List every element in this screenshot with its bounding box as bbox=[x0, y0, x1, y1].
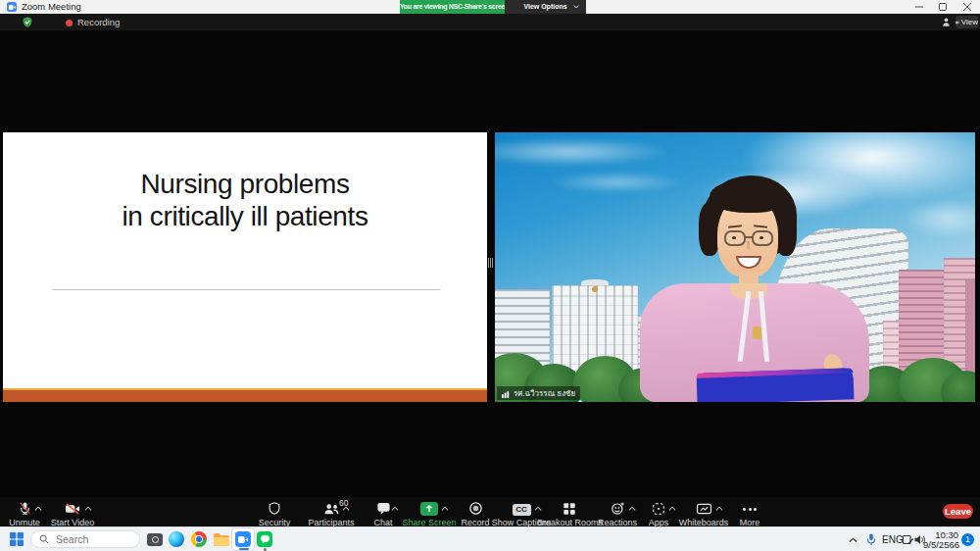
window-titlebar: Zoom Meeting You are viewing NSC-Share's… bbox=[0, 0, 980, 14]
chevron-down-icon bbox=[573, 5, 579, 9]
taskbar-clock[interactable]: 10:30 9/5/2566 bbox=[923, 530, 958, 551]
participant-name-tag: รศ.ฉวีวรรณ ธงชัย bbox=[497, 386, 580, 400]
maximize-button[interactable] bbox=[933, 0, 953, 14]
unmute-button[interactable]: Unmute bbox=[0, 500, 50, 526]
shield-icon bbox=[249, 500, 300, 516]
split-resize-handle[interactable] bbox=[488, 258, 493, 268]
whiteboards-options-chevron[interactable] bbox=[715, 506, 723, 512]
start-video-button[interactable]: Start Video bbox=[45, 500, 100, 526]
participants-icon bbox=[304, 500, 359, 516]
notification-count-badge[interactable]: 1 bbox=[961, 533, 974, 546]
meeting-header-bar: Recording View bbox=[0, 14, 980, 30]
more-button[interactable]: More bbox=[724, 500, 775, 526]
cloud bbox=[495, 137, 671, 167]
apps-options-chevron[interactable] bbox=[668, 506, 676, 512]
active-app-indicator bbox=[239, 548, 249, 551]
windows-logo-icon bbox=[10, 532, 24, 546]
signal-strength-icon bbox=[502, 389, 511, 398]
view-button-label: View bbox=[961, 18, 978, 26]
slide-title: Nursing problems in critically ill patie… bbox=[3, 168, 487, 232]
slide-title-line1: Nursing problems bbox=[3, 168, 487, 200]
participant-name: รศ.ฉวีวรรณ ธงชัย bbox=[514, 387, 575, 400]
search-icon bbox=[39, 534, 49, 544]
security-shield-icon[interactable] bbox=[22, 16, 33, 28]
start-button[interactable] bbox=[5, 527, 28, 551]
line-app-icon[interactable] bbox=[253, 527, 276, 551]
view-layout-icon bbox=[956, 19, 959, 26]
chrome-browser-icon[interactable] bbox=[187, 527, 211, 551]
cloud bbox=[902, 199, 975, 238]
close-button[interactable] bbox=[957, 0, 977, 14]
view-options-label: View Options bbox=[523, 3, 566, 10]
speaker-video-tile[interactable]: รศ.ฉวีวรรณ ธงชัย bbox=[495, 132, 975, 402]
zoom-app-icon bbox=[7, 2, 17, 12]
presenter-eye bbox=[732, 236, 736, 239]
view-options-button[interactable]: View Options bbox=[505, 0, 586, 14]
presenter-eye bbox=[760, 236, 763, 239]
meeting-toolbar: Unmute Start Video Security Participants… bbox=[0, 497, 980, 526]
tray-chevron-up-icon[interactable] bbox=[849, 537, 858, 543]
edge-browser-icon[interactable] bbox=[165, 527, 188, 551]
taskbar-search[interactable] bbox=[30, 530, 140, 548]
video-options-chevron[interactable] bbox=[84, 506, 92, 512]
shared-presentation-slide: Nursing problems in critically ill patie… bbox=[3, 132, 487, 402]
whiteboards-button[interactable]: Whiteboards bbox=[676, 500, 731, 526]
presenter-nose bbox=[747, 240, 750, 249]
meeting-stage: Nursing problems in critically ill patie… bbox=[0, 30, 980, 497]
slide-title-line2: in critically ill patients bbox=[3, 200, 487, 232]
search-input[interactable] bbox=[54, 532, 136, 546]
presenter-fringe bbox=[710, 179, 788, 213]
windows-taskbar: ENG 10:30 9/5/2566 1 bbox=[0, 526, 980, 551]
presenter-glasses-bridge bbox=[744, 236, 754, 238]
security-button[interactable]: Security bbox=[249, 500, 300, 526]
camera-app-icon[interactable] bbox=[143, 527, 167, 551]
building-crest bbox=[592, 286, 598, 292]
participants-button[interactable]: Participants 60 bbox=[304, 500, 359, 526]
tray-date: 9/5/2566 bbox=[923, 540, 958, 551]
presenter-hair-side bbox=[775, 203, 797, 256]
mic-muted-icon bbox=[0, 500, 50, 516]
pink-building bbox=[965, 279, 975, 382]
audio-options-chevron[interactable] bbox=[34, 506, 42, 512]
view-button[interactable]: View bbox=[956, 16, 978, 28]
tray-microphone-icon[interactable] bbox=[866, 533, 876, 546]
slide-divider-line bbox=[52, 289, 440, 290]
recording-label: Recording bbox=[77, 14, 120, 30]
window-title: Zoom Meeting bbox=[22, 0, 81, 14]
tray-pen-display-icon[interactable] bbox=[903, 534, 913, 545]
leave-button[interactable]: Leave bbox=[943, 504, 973, 519]
chat-options-chevron[interactable] bbox=[391, 506, 399, 512]
cloud bbox=[549, 172, 686, 193]
more-ellipsis-icon bbox=[724, 500, 775, 516]
slide-accent-bar bbox=[3, 388, 487, 402]
presenter-badge-clip bbox=[753, 326, 762, 339]
recording-indicator-icon[interactable] bbox=[66, 20, 73, 26]
file-explorer-icon[interactable] bbox=[210, 527, 233, 551]
minimize-button[interactable] bbox=[909, 0, 929, 14]
share-options-chevron[interactable] bbox=[441, 506, 449, 512]
participants-options-chevron[interactable] bbox=[342, 506, 350, 512]
screen-share-banner: You are viewing NSC-Share's screen bbox=[400, 0, 505, 14]
speaker-view-person-icon[interactable] bbox=[941, 17, 952, 27]
zoom-taskbar-icon[interactable] bbox=[231, 527, 255, 551]
language-indicator[interactable]: ENG bbox=[882, 527, 904, 551]
laptop bbox=[696, 368, 854, 402]
